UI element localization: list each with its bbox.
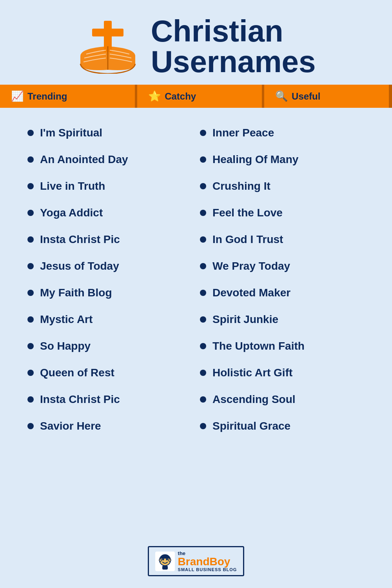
bullet-8-right xyxy=(200,343,206,349)
bullet-10-left xyxy=(27,396,34,403)
bullet-1-right xyxy=(200,156,206,163)
list-item: Jesus of Today xyxy=(24,253,196,279)
username-left-7: Mystic Art xyxy=(40,313,93,326)
username-right-1: Healing Of Many xyxy=(212,153,298,166)
svg-rect-1 xyxy=(92,29,123,36)
list-item: Feel the Love xyxy=(196,200,368,226)
bullet-7-right xyxy=(200,316,206,323)
username-left-5: Jesus of Today xyxy=(40,260,119,272)
username-right-10: Ascending Soul xyxy=(212,393,296,406)
bullet-4-left xyxy=(27,236,34,243)
username-right-5: We Pray Today xyxy=(212,260,290,272)
footer: the BrandBoy SMALL BUSINESS BLOG xyxy=(0,538,392,588)
list-item: So Happy xyxy=(24,333,196,359)
list-item: Ascending Soul xyxy=(196,386,368,413)
logo-area xyxy=(76,19,139,74)
bullet-1-left xyxy=(27,156,34,163)
list-item: An Anointed Day xyxy=(24,146,196,173)
list-item: Spiritual Grace xyxy=(196,413,368,439)
right-column: Inner PeaceHealing Of ManyCrushing ItFee… xyxy=(196,120,368,530)
username-right-6: Devoted Maker xyxy=(212,287,290,299)
bullet-11-left xyxy=(27,423,34,429)
username-right-9: Holistic Art Gift xyxy=(212,367,292,379)
bullet-3-right xyxy=(200,210,206,216)
tab-useful[interactable]: 🔍 Useful xyxy=(264,85,389,108)
svg-rect-9 xyxy=(162,566,168,570)
username-left-0: I'm Spiritual xyxy=(40,127,102,139)
brandboy-logo: the BrandBoy SMALL BUSINESS BLOG xyxy=(148,546,245,576)
username-right-4: In God I Trust xyxy=(212,233,283,246)
tab-trending[interactable]: 📈 Trending xyxy=(0,85,135,108)
bullet-4-right xyxy=(200,236,206,243)
page-header: Christian Usernames xyxy=(0,0,392,85)
username-left-8: So Happy xyxy=(40,340,91,352)
bullet-6-left xyxy=(27,290,34,296)
page-title: Christian Usernames xyxy=(151,16,316,77)
list-item: Queen of Rest xyxy=(24,359,196,386)
list-item: Mystic Art xyxy=(24,306,196,333)
bullet-3-left xyxy=(27,210,34,216)
tab-trending-label: Trending xyxy=(27,91,67,102)
bullet-5-left xyxy=(27,263,34,269)
svg-point-7 xyxy=(159,559,162,561)
tab-bar: 📈 Trending ⭐ Catchy 🔍 Useful xyxy=(0,85,392,108)
bullet-0-left xyxy=(27,130,34,136)
catchy-icon: ⭐ xyxy=(148,90,161,102)
bullet-9-left xyxy=(27,370,34,376)
username-right-11: Spiritual Grace xyxy=(212,420,290,432)
bullet-9-right xyxy=(200,370,206,376)
svg-point-6 xyxy=(166,558,168,560)
list-item: Insta Christ Pic xyxy=(24,386,196,413)
list-item: Healing Of Many xyxy=(196,146,368,173)
username-list-section: I'm SpiritualAn Anointed DayLive in Trut… xyxy=(0,112,392,538)
bullet-7-left xyxy=(27,316,34,323)
username-right-8: The Uptown Faith xyxy=(212,340,305,352)
list-item: I'm Spiritual xyxy=(24,120,196,146)
username-left-6: My Faith Blog xyxy=(40,287,112,299)
list-item: Devoted Maker xyxy=(196,279,368,306)
username-left-9: Queen of Rest xyxy=(40,367,114,379)
svg-point-8 xyxy=(169,559,171,561)
username-right-2: Crushing It xyxy=(212,180,270,192)
list-item: Savior Here xyxy=(24,413,196,439)
brand-tagline: SMALL BUSINESS BLOG xyxy=(178,567,237,572)
list-item: In God I Trust xyxy=(196,226,368,253)
brand-text-area: the BrandBoy SMALL BUSINESS BLOG xyxy=(178,550,237,572)
bullet-10-right xyxy=(200,396,206,403)
list-item: We Pray Today xyxy=(196,253,368,279)
list-item: The Uptown Faith xyxy=(196,333,368,359)
title-area: Christian Usernames xyxy=(151,16,316,77)
list-item: Yoga Addict xyxy=(24,200,196,226)
useful-icon: 🔍 xyxy=(275,90,288,102)
tab-catchy[interactable]: ⭐ Catchy xyxy=(137,85,262,108)
bullet-5-right xyxy=(200,263,206,269)
username-right-3: Feel the Love xyxy=(212,207,283,219)
username-right-0: Inner Peace xyxy=(212,127,274,139)
right-accent-bar xyxy=(389,85,392,108)
username-left-2: Live in Truth xyxy=(40,180,105,192)
bullet-2-left xyxy=(27,183,34,189)
bullet-8-left xyxy=(27,343,34,349)
username-left-11: Savior Here xyxy=(40,420,101,432)
list-item: Inner Peace xyxy=(196,120,368,146)
bullet-0-right xyxy=(200,130,206,136)
list-item: Crushing It xyxy=(196,173,368,200)
bullet-11-right xyxy=(200,423,206,429)
bullet-2-right xyxy=(200,183,206,189)
bullet-6-right xyxy=(200,290,206,296)
list-item: My Faith Blog xyxy=(24,279,196,306)
svg-point-5 xyxy=(162,558,164,560)
username-left-1: An Anointed Day xyxy=(40,153,128,166)
username-left-10: Insta Christ Pic xyxy=(40,393,120,406)
list-item: Holistic Art Gift xyxy=(196,359,368,386)
tab-catchy-label: Catchy xyxy=(165,91,196,102)
christian-logo-icon xyxy=(76,19,139,74)
brandboy-icon xyxy=(155,552,175,571)
tab-useful-label: Useful xyxy=(292,91,320,102)
list-item: Insta Christ Pic xyxy=(24,226,196,253)
username-left-3: Yoga Addict xyxy=(40,207,103,219)
username-left-4: Insta Christ Pic xyxy=(40,233,120,246)
brand-name: BrandBoy xyxy=(178,556,230,567)
left-column: I'm SpiritualAn Anointed DayLive in Trut… xyxy=(24,120,196,530)
trending-icon: 📈 xyxy=(11,90,24,102)
